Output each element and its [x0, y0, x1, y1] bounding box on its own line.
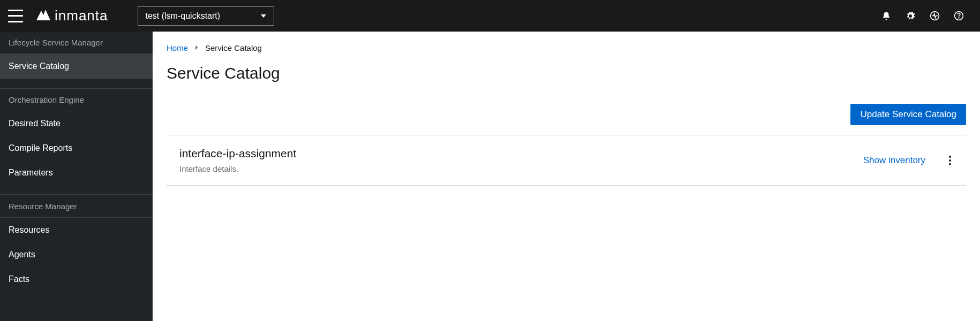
bell-icon[interactable]	[881, 11, 892, 21]
environment-selector[interactable]: test (lsm-quickstart)	[138, 6, 274, 26]
service-row: interface-ip-assignment Interface detail…	[167, 135, 966, 186]
page-title: Service Catalog	[167, 64, 966, 82]
sidebar-item-compile-reports[interactable]: Compile Reports	[0, 136, 153, 160]
svg-point-2	[959, 18, 959, 18]
service-description: Interface details.	[179, 164, 863, 173]
sidebar-item-service-catalog[interactable]: Service Catalog	[0, 54, 153, 79]
app-header: inmanta test (lsm-quickstart)	[0, 0, 980, 32]
brand-text: inmanta	[55, 7, 108, 24]
sidebar-section-resource-manager[interactable]: Resource Manager	[0, 195, 153, 218]
sidebar-section-lifecycle[interactable]: Lifecycle Service Manager	[0, 32, 153, 54]
help-icon[interactable]	[953, 11, 964, 21]
main-content: Home Service Catalog Service Catalog Upd…	[153, 32, 980, 321]
breadcrumb: Home Service Catalog	[167, 43, 966, 52]
service-actions: Show inventory	[863, 154, 953, 167]
sidebar-item-desired-state[interactable]: Desired State	[0, 111, 153, 136]
environment-selector-label: test (lsm-quickstart)	[146, 11, 221, 21]
hamburger-menu-icon[interactable]	[8, 10, 23, 22]
caret-down-icon	[261, 14, 266, 18]
service-info: interface-ip-assignment Interface detail…	[179, 147, 863, 173]
gear-icon[interactable]	[905, 11, 916, 21]
sidebar-item-facts[interactable]: Facts	[0, 267, 153, 292]
sidebar-item-resources[interactable]: Resources	[0, 218, 153, 242]
service-name: interface-ip-assignment	[179, 147, 863, 160]
service-list: interface-ip-assignment Interface detail…	[167, 135, 966, 186]
inmanta-logo-icon	[36, 7, 50, 24]
sidebar-section-orchestration[interactable]: Orchestration Engine	[0, 88, 153, 111]
sidebar-item-agents[interactable]: Agents	[0, 242, 153, 267]
sidebar: Lifecycle Service Manager Service Catalo…	[0, 32, 153, 321]
breadcrumb-current: Service Catalog	[205, 43, 262, 52]
update-service-catalog-button[interactable]: Update Service Catalog	[850, 104, 966, 125]
header-icon-group	[881, 11, 972, 21]
kebab-menu-icon[interactable]	[947, 154, 953, 167]
brand-logo[interactable]: inmanta	[36, 7, 108, 24]
show-inventory-link[interactable]: Show inventory	[863, 155, 925, 166]
action-row: Update Service Catalog	[167, 104, 966, 125]
breadcrumb-home[interactable]: Home	[167, 43, 188, 52]
chevron-right-icon	[194, 44, 199, 52]
sidebar.sections.1.items.2.label[interactable]: Parameters	[0, 160, 153, 185]
status-icon[interactable]	[929, 11, 940, 21]
